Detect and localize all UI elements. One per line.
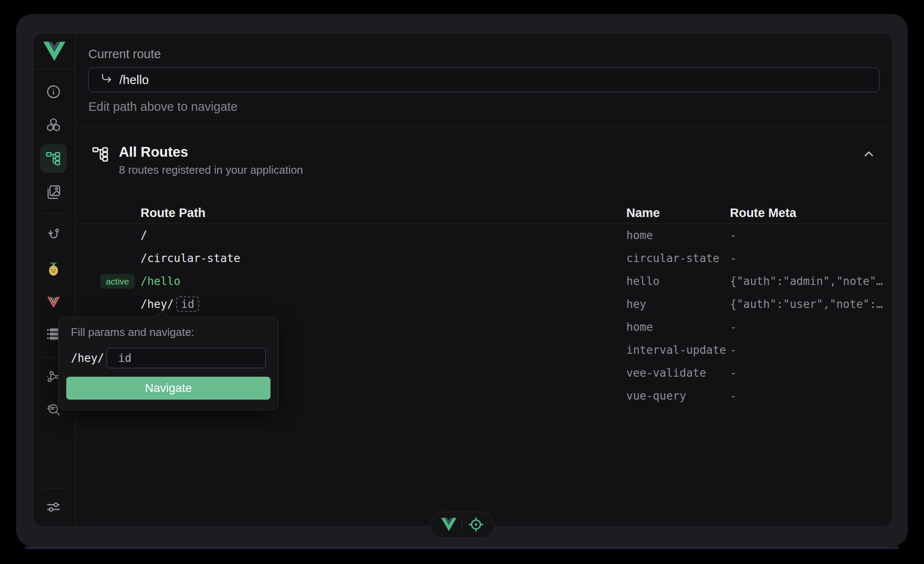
col-route-meta: Route Meta [730, 206, 893, 220]
current-route-section: Current route /hello Edit path above to … [75, 34, 893, 114]
vue-devtools-logo[interactable] [34, 34, 75, 69]
all-routes-title: All Routes [119, 144, 303, 161]
devtools-floating-toolbar [430, 512, 495, 538]
route-hint: Edit path above to navigate [88, 99, 879, 114]
popup-path-prefix: /hey/ [71, 352, 104, 364]
sidebar-item-components[interactable] [46, 117, 61, 133]
route-path-prefix: /hey/ [141, 298, 174, 310]
navigate-button[interactable]: Navigate [66, 377, 270, 400]
vue-logo-icon [43, 42, 65, 61]
all-routes-header: All Routes 8 routes registered in your a… [75, 127, 893, 177]
sidebar-divider [42, 213, 66, 214]
sidebar-divider [42, 488, 66, 488]
components-icon [46, 117, 61, 133]
corner-down-right-icon [100, 72, 113, 87]
toggle-devtools-button[interactable] [441, 518, 456, 533]
chevron-up-icon [862, 156, 876, 163]
all-routes-subtitle: 8 routes registered in your application [119, 164, 303, 177]
screen: Current route /hello Edit path above to … [0, 0, 924, 564]
popup-param-row: /hey/ id [71, 348, 271, 368]
current-route-input[interactable]: /hello [88, 68, 879, 92]
screen-edge-strip [25, 547, 899, 549]
sidebar-item-vee-validate[interactable] [46, 294, 61, 309]
route-row-with-param[interactable]: /hey/ id hey {"auth":"user","note":… [75, 293, 893, 316]
route-row[interactable]: / home - [75, 224, 893, 247]
timeline-icon [46, 227, 61, 242]
sidebar-item-timeline[interactable] [46, 227, 61, 242]
popup-label: Fill params and navigate: [71, 326, 271, 338]
all-routes-titles: All Routes 8 routes registered in your a… [119, 144, 303, 177]
current-route-value: /hello [119, 73, 149, 87]
routes-table-header: Route Path Name Route Meta [75, 202, 893, 223]
info-icon [46, 84, 61, 99]
current-route-label: Current route [88, 46, 879, 62]
sidebar [34, 34, 75, 526]
vue-logo-icon [441, 518, 456, 533]
devtools-window: Current route /hello Edit path above to … [16, 14, 908, 547]
assets-icon [46, 184, 61, 200]
sidebar-item-router[interactable] [45, 150, 62, 166]
vee-validate-icon [46, 294, 61, 309]
param-input[interactable]: id [107, 348, 266, 368]
sidebar-item-settings[interactable] [45, 499, 62, 515]
pinia-icon [45, 260, 62, 277]
sidebar-item-assets[interactable] [46, 184, 61, 200]
col-route-path: Route Path [141, 206, 626, 220]
devtools-panel: Current route /hello Edit path above to … [33, 33, 893, 527]
router-icon [45, 150, 62, 166]
table-bottom-divider [75, 432, 893, 432]
route-row-active[interactable]: active /hello hello {"auth":"admin","not… [75, 270, 893, 293]
route-param-chip[interactable]: id [176, 296, 199, 312]
settings-icon [45, 499, 62, 515]
collapse-section-button[interactable] [862, 147, 876, 163]
param-input-value: id [118, 352, 131, 364]
active-badge: active [100, 274, 135, 289]
route-row[interactable]: /circular-state circular-state - [75, 247, 893, 270]
routes-tree-icon [92, 145, 110, 165]
sidebar-item-pinia[interactable] [45, 260, 62, 277]
fill-params-popup: Fill params and navigate: /hey/ id Navig… [58, 317, 279, 410]
pill-divider [462, 519, 462, 530]
col-name: Name [626, 206, 730, 220]
sidebar-item-overview[interactable] [46, 84, 61, 99]
router-panel: Current route /hello Edit path above to … [75, 34, 893, 526]
inspect-element-button[interactable] [468, 516, 484, 534]
inspect-target-icon [468, 516, 484, 534]
